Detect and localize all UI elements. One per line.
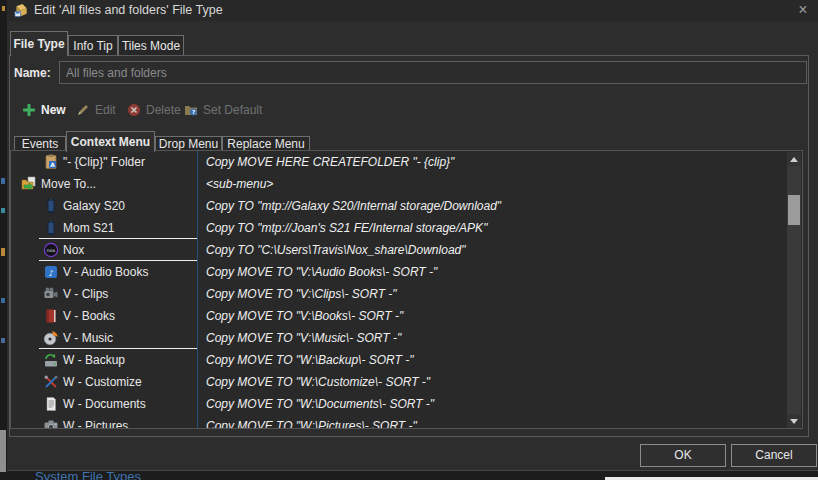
delete-x-icon [127, 103, 141, 117]
tab-info-tip[interactable]: Info Tip [68, 35, 118, 56]
table-row[interactable]: A"- {Clip}" FolderCopy MOVE HERE CREATEF… [11, 151, 786, 173]
menu-item-action-text: Copy MOVE TO "W:\Backup\- SORT -" [206, 353, 413, 367]
menu-item-name: Galaxy S20 [11, 195, 197, 217]
menu-item-label: "- {Clip}" Folder [63, 155, 145, 169]
document-icon [43, 396, 59, 412]
vertical-scrollbar[interactable] [787, 152, 801, 428]
menu-item-action-text: Copy MOVE TO "W:\Pictures\- SORT -" [206, 419, 417, 428]
menu-item-name: A"- {Clip}" Folder [11, 151, 197, 173]
menu-item-action: Copy MOVE TO "V:\Clips\- SORT -" [197, 283, 786, 305]
phone-icon [43, 198, 59, 214]
title-bar: Edit 'All files and folders' File Type × [7, 0, 818, 21]
name-label: Name: [14, 66, 51, 80]
table-row[interactable]: W - BackupCopy MOVE TO "W:\Backup\- SORT… [11, 349, 786, 371]
set-default-folder-icon: ? [184, 103, 198, 117]
customize-tools-icon [43, 374, 59, 390]
phone-icon [43, 220, 59, 236]
svg-text:nox: nox [47, 248, 56, 253]
menu-item-label: V - Books [63, 309, 115, 323]
menu-item-label: V - Music [63, 331, 113, 345]
menu-item-action: Copy MOVE TO "W:\Customize\- SORT -" [197, 371, 786, 393]
background-window-sliver [0, 0, 7, 480]
scrollbar-thumb[interactable] [788, 195, 800, 225]
table-row[interactable]: W - PicturesCopy MOVE TO "W:\Pictures\- … [11, 415, 786, 428]
menu-item-label: W - Customize [63, 375, 142, 389]
set-default-button[interactable]: ? Set Default [184, 101, 262, 119]
table-row[interactable]: Mom S21Copy TO "mtp://Joan's S21 FE/Inte… [11, 217, 786, 239]
table-row[interactable]: noxNoxCopy TO "C:\Users\Travis\Nox_share… [11, 239, 786, 261]
new-plus-icon [22, 103, 36, 117]
music-disc-icon [43, 330, 59, 346]
menu-item-name: W - Pictures [11, 415, 197, 428]
menu-item-name: Move To... [11, 173, 197, 195]
delete-button-label: Delete [146, 103, 181, 117]
delete-button[interactable]: Delete [127, 101, 181, 119]
table-row[interactable]: V - BooksCopy MOVE TO "V:\Books\- SORT -… [11, 305, 786, 327]
menu-item-name: W - Documents [11, 393, 197, 415]
ok-button[interactable]: OK [640, 444, 726, 467]
edit-button[interactable]: Edit [76, 101, 116, 119]
menu-item-action: Copy TO "C:\Users\Travis\Nox_share\Downl… [197, 239, 786, 261]
menu-item-action-text: Copy MOVE TO "V:\Books\- SORT -" [206, 309, 403, 323]
menu-item-name: ♪V - Audio Books [11, 261, 197, 283]
menu-item-name: W - Backup [11, 349, 197, 371]
menu-item-action: Copy MOVE TO "V:\Music\- SORT -" [197, 327, 786, 349]
menu-item-action-text: Copy MOVE HERE CREATEFOLDER "- {clip}" [206, 155, 454, 169]
audio-books-icon: ♪ [43, 264, 59, 280]
menu-item-label: V - Audio Books [63, 265, 148, 279]
file-type-icon [14, 3, 29, 18]
menu-item-label: V - Clips [63, 287, 108, 301]
menu-item-action: Copy MOVE TO "V:\Books\- SORT -" [197, 305, 786, 327]
table-row[interactable]: Galaxy S20Copy TO "mtp://Galaxy S20/Inte… [11, 195, 786, 217]
menu-item-label: Mom S21 [63, 221, 114, 235]
menu-item-action: Copy MOVE TO "V:\Audio Books\- SORT -" [197, 261, 786, 283]
table-row[interactable]: V - MusicCopy MOVE TO "V:\Music\- SORT -… [11, 327, 786, 349]
new-button[interactable]: New [22, 101, 66, 119]
menu-item-label: W - Pictures [63, 419, 128, 428]
close-icon[interactable]: × [793, 0, 813, 20]
context-menu-list: A"- {Clip}" FolderCopy MOVE HERE CREATEF… [10, 150, 803, 429]
menu-item-action-text: Copy TO "mtp://Joan's S21 FE/Internal st… [206, 221, 487, 235]
menu-item-name: V - Music [11, 327, 197, 349]
menu-item-action-text: Copy MOVE TO "V:\Music\- SORT -" [206, 331, 401, 345]
window-title: Edit 'All files and folders' File Type [34, 3, 223, 17]
scroll-up-icon[interactable] [787, 152, 801, 166]
menu-item-action: Copy MOVE HERE CREATEFOLDER "- {clip}" [197, 151, 786, 173]
svg-text:A: A [50, 161, 55, 168]
menu-item-label: W - Backup [63, 353, 125, 367]
backup-icon [43, 352, 59, 368]
table-row[interactable]: ♪V - Audio BooksCopy MOVE TO "V:\Audio B… [11, 261, 786, 283]
menu-item-action: <sub-menu> [197, 173, 786, 195]
menu-item-name: V - Books [11, 305, 197, 327]
menu-item-action: Copy MOVE TO "W:\Backup\- SORT -" [197, 349, 786, 371]
menu-rows: A"- {Clip}" FolderCopy MOVE HERE CREATEF… [11, 151, 786, 428]
set-default-button-label: Set Default [203, 103, 262, 117]
tab-context-menu[interactable]: Context Menu [66, 131, 155, 152]
name-input[interactable] [59, 61, 807, 84]
menu-item-label: Galaxy S20 [63, 199, 125, 213]
menu-item-label: Nox [63, 243, 84, 257]
scroll-down-icon[interactable] [787, 414, 801, 428]
table-row[interactable]: Move To...<sub-menu> [11, 173, 786, 195]
table-row[interactable]: V - ClipsCopy MOVE TO "V:\Clips\- SORT -… [11, 283, 786, 305]
menu-item-action: Copy MOVE TO "W:\Documents\- SORT -" [197, 393, 786, 415]
menu-item-action-text: <sub-menu> [206, 177, 273, 191]
menu-item-action: Copy TO "mtp://Galaxy S20/Internal stora… [197, 195, 786, 217]
tab-tiles-mode[interactable]: Tiles Mode [118, 35, 184, 56]
menu-item-name: V - Clips [11, 283, 197, 305]
svg-text:♪: ♪ [48, 269, 53, 278]
edit-pencil-icon [76, 103, 90, 117]
cancel-button[interactable]: Cancel [731, 444, 817, 467]
menu-item-label: Move To... [41, 177, 96, 191]
tab-file-type[interactable]: File Type [10, 31, 68, 56]
menu-item-name: Mom S21 [11, 217, 197, 239]
screen: System File Types Edit 'All files and fo… [0, 0, 818, 480]
menu-item-action-text: Copy MOVE TO "V:\Audio Books\- SORT -" [206, 265, 437, 279]
pictures-camera-icon [43, 418, 59, 428]
menu-item-action-text: Copy TO "C:\Users\Travis\Nox_share\Downl… [206, 243, 466, 257]
menu-item-action-text: Copy TO "mtp://Galaxy S20/Internal stora… [206, 199, 501, 213]
clips-camera-icon [43, 286, 59, 302]
table-row[interactable]: W - DocumentsCopy MOVE TO "W:\Documents\… [11, 393, 786, 415]
menu-item-name: noxNox [11, 239, 197, 261]
table-row[interactable]: W - CustomizeCopy MOVE TO "W:\Customize\… [11, 371, 786, 393]
